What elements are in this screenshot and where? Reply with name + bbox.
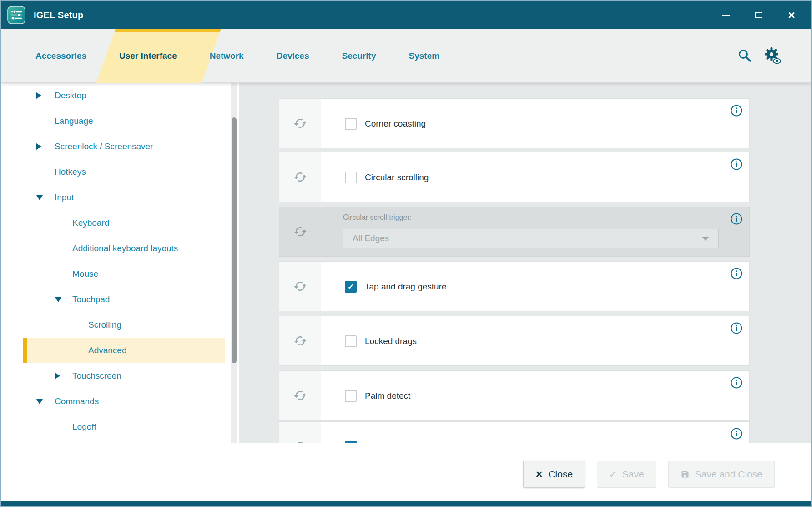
sidebar-item-mouse[interactable]: Mouse — [1, 261, 239, 287]
settings-panel: Corner coastingCircular scrollingCircula… — [239, 83, 811, 443]
igel-setup-window: IGEL Setup ✕ AccessoriesUser InterfaceNe… — [0, 0, 812, 507]
save-and-close-button-label: Save and Close — [695, 469, 762, 480]
sidebar-nav: DesktopLanguageScreenlock / ScreensaverH… — [1, 83, 239, 443]
sidebar-item-label: Touchscreen — [72, 371, 121, 381]
sidebar-item-touchscreen[interactable]: Touchscreen — [1, 363, 239, 389]
sidebar-item-label: Advanced — [88, 345, 127, 355]
close-x-icon: ✕ — [535, 469, 543, 480]
reset-parameter-icon[interactable] — [279, 422, 321, 443]
reset-parameter-icon[interactable] — [279, 207, 321, 256]
tab-strip: AccessoriesUser InterfaceNetworkDevicesS… — [35, 29, 439, 82]
close-window-button[interactable]: ✕ — [786, 9, 797, 21]
sidebar-item-label: Keyboard — [72, 218, 109, 228]
window-controls: ✕ — [720, 9, 811, 21]
floppy-disk-icon — [681, 470, 690, 479]
setting-label: Palm detect — [365, 371, 410, 421]
info-icon[interactable] — [730, 104, 743, 117]
sidebar-item-label: Hotkeys — [55, 167, 86, 177]
checkbox-locked-drags[interactable] — [345, 335, 357, 347]
sidebar-item-label: Logoff — [72, 422, 96, 432]
reset-parameter-icon[interactable] — [279, 99, 321, 148]
info-icon[interactable] — [730, 158, 743, 171]
sidebar-item-keyboard[interactable]: Keyboard — [1, 210, 239, 236]
sidebar-item-label: Mouse — [72, 269, 98, 279]
close-button[interactable]: ✕ Close — [523, 461, 585, 488]
titlebar: IGEL Setup ✕ — [1, 1, 811, 29]
setup-gear-eye-icon[interactable] — [762, 46, 783, 66]
checkbox-circular-scrolling[interactable] — [345, 172, 357, 183]
close-icon: ✕ — [787, 10, 796, 20]
setting-row-circular-scroll-trigger: Circular scroll trigger:All Edges — [279, 207, 750, 257]
sidebar-item-hotkeys[interactable]: Hotkeys — [1, 159, 239, 185]
tree-expanded-icon[interactable] — [36, 195, 43, 200]
checkbox-palm-detect[interactable] — [345, 390, 357, 402]
checkbox-corner-coasting[interactable] — [345, 118, 357, 130]
setting-row-circular-scrolling: Circular scrolling — [279, 152, 750, 202]
setting-label: Tap and drag gesture — [365, 262, 447, 312]
sidebar-item-advanced[interactable]: Advanced — [1, 338, 239, 363]
info-icon[interactable] — [730, 427, 743, 440]
sidebar-item-input[interactable]: Input — [1, 185, 239, 210]
sidebar-item-label: Screenlock / Screensaver — [55, 142, 153, 152]
setting-row-partial: ✓ — [279, 421, 750, 443]
tree-expanded-icon[interactable] — [36, 399, 43, 404]
reset-parameter-icon[interactable] — [279, 152, 321, 202]
sidebar-item-scrolling[interactable]: Scrolling — [1, 312, 239, 338]
tab-devices[interactable]: Devices — [277, 51, 309, 61]
tab-network[interactable]: Network — [210, 51, 244, 61]
sidebar-item-logoff[interactable]: Logoff — [1, 414, 239, 440]
search-icon[interactable] — [736, 47, 753, 64]
setting-row-tap-and-drag-gesture: ✓Tap and drag gesture — [279, 261, 750, 311]
setting-row-corner-coasting: Corner coasting — [279, 98, 750, 148]
tree-collapsed-icon[interactable] — [36, 92, 41, 99]
select-value: All Edges — [353, 233, 389, 243]
tab-security[interactable]: Security — [342, 51, 376, 61]
maximize-button[interactable] — [753, 9, 765, 21]
window-bottom-edge — [1, 501, 811, 506]
sidebar-item-screenlock-screensaver[interactable]: Screenlock / Screensaver — [1, 134, 239, 159]
tab-user-interface[interactable]: User Interface — [119, 51, 177, 61]
app-icon — [7, 6, 25, 24]
reset-parameter-icon[interactable] — [279, 316, 321, 365]
circular-scroll-trigger-select[interactable]: All Edges — [343, 229, 719, 248]
save-button-label: Save — [622, 469, 644, 480]
sidebar-item-label: Language — [55, 116, 93, 126]
close-button-label: Close — [548, 469, 573, 480]
tree-collapsed-icon[interactable] — [36, 143, 41, 150]
info-icon[interactable] — [730, 267, 743, 280]
select-label: Circular scroll trigger: — [343, 213, 412, 222]
sidebar-item-label: Additional keyboard layouts — [72, 243, 178, 254]
window-title: IGEL Setup — [34, 10, 83, 20]
footer-buttons: ✕ Close ✓ Save Save and Close — [523, 461, 775, 488]
sidebar-item-additional-keyboard-layouts[interactable]: Additional keyboard layouts — [1, 236, 239, 261]
scrollbar-thumb[interactable] — [232, 117, 237, 363]
tree-collapsed-icon[interactable] — [55, 373, 60, 379]
checkbox-tap-and-drag-gesture[interactable]: ✓ — [345, 281, 357, 293]
sidebar-item-language[interactable]: Language — [1, 108, 239, 134]
tab-system[interactable]: System — [409, 51, 440, 61]
reset-parameter-icon[interactable] — [279, 371, 321, 420]
info-icon[interactable] — [730, 213, 743, 225]
tree-expanded-icon[interactable] — [55, 297, 61, 302]
sidebar-item-commands[interactable]: Commands — [1, 389, 239, 414]
setting-label: Locked drags — [365, 316, 417, 366]
setting-label: Circular scrolling — [365, 152, 429, 203]
check-icon: ✓ — [609, 469, 617, 480]
save-and-close-button[interactable]: Save and Close — [668, 461, 775, 488]
tabbar: AccessoriesUser InterfaceNetworkDevicesS… — [1, 29, 811, 83]
sidebar-item-label: Desktop — [55, 91, 86, 101]
info-icon[interactable] — [730, 376, 743, 389]
chevron-down-icon — [702, 237, 709, 241]
reset-parameter-icon[interactable] — [279, 262, 321, 311]
info-icon[interactable] — [730, 322, 743, 335]
sidebar-item-label: Touchpad — [72, 294, 110, 304]
sidebar-item-desktop[interactable]: Desktop — [1, 83, 239, 108]
setting-row-locked-drags: Locked drags — [279, 316, 750, 366]
sidebar-item-touchpad[interactable]: Touchpad — [1, 287, 239, 312]
setting-label: Corner coasting — [365, 99, 426, 149]
maximize-icon — [755, 12, 762, 18]
save-button[interactable]: ✓ Save — [597, 461, 656, 488]
tab-accessories[interactable]: Accessories — [35, 51, 86, 61]
minimize-button[interactable] — [720, 9, 732, 21]
sidebar-scrollbar[interactable] — [231, 83, 237, 443]
